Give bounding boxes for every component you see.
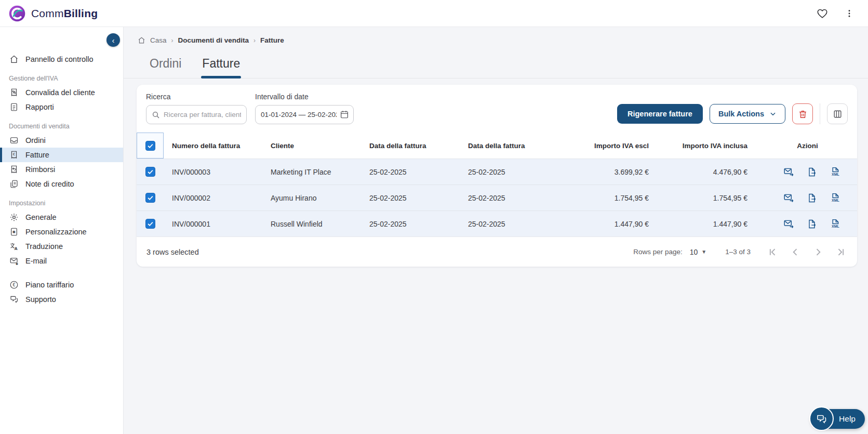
sidebar-item-orders[interactable]: Ordini [0, 133, 123, 148]
last-page-icon[interactable] [835, 246, 847, 258]
export-document-icon[interactable] [807, 167, 817, 177]
amount-incl-vat: 4.476,90 € [657, 168, 756, 176]
sidebar-item-customer-validation[interactable]: Convalida del cliente [0, 85, 123, 100]
row-checkbox[interactable] [145, 219, 155, 229]
home-icon [9, 55, 19, 64]
sidebar-item-label: Piano tariffario [25, 281, 74, 289]
invoice-date-2: 25-02-2025 [460, 168, 558, 176]
col-header-client[interactable]: Cliente [262, 142, 361, 150]
invoice-date: 25-02-2025 [361, 220, 460, 228]
svg-text:€: € [12, 152, 15, 156]
amount-excl-vat: 1.447,90 € [558, 220, 657, 228]
sidebar-item-dashboard[interactable]: Pannello di controllo [0, 52, 123, 67]
invoices-card: Ricerca Intervallo di date 01-01-2024 — … [137, 85, 857, 267]
client-name: Russell Winfield [262, 220, 361, 228]
search-input[interactable] [164, 111, 241, 119]
export-document-icon[interactable] [807, 193, 817, 203]
export-document-icon[interactable] [807, 219, 817, 229]
sidebar-item-label: Note di credito [25, 180, 74, 188]
amount-excl-vat: 1.754,95 € [558, 194, 657, 202]
rows-selected-text: 3 rows selected [146, 248, 199, 256]
invoice-number: INV/000002 [164, 194, 262, 202]
table-row: INV/000002 Ayumu Hirano 25-02-2025 25-02… [137, 185, 857, 211]
row-checkbox[interactable] [145, 193, 155, 203]
date-range-input[interactable]: 01-01-2024 — 25-02-2025 [255, 105, 354, 124]
sidebar-item-invoices[interactable]: € Fatture [0, 148, 123, 162]
tab-bar: Ordini Fatture [124, 44, 868, 78]
breadcrumb-home-icon[interactable] [138, 36, 145, 44]
search-input-wrap [146, 105, 247, 124]
kebab-menu-icon[interactable] [843, 7, 856, 20]
column-settings-button[interactable] [827, 103, 848, 124]
col-header-invoice-number[interactable]: Numero della fattura [164, 142, 262, 150]
sidebar: ‹ Pannello di controllo Gestione dell'IV… [0, 27, 124, 434]
send-email-icon[interactable] [783, 166, 794, 177]
send-email-icon[interactable] [783, 218, 794, 229]
col-header-invoice-date-2[interactable]: Data della fattura [460, 142, 558, 150]
sidebar-item-label: Generale [25, 213, 57, 221]
sidebar-item-pricing[interactable]: € Piano tariffario [0, 278, 123, 292]
rows-per-page-select[interactable]: 10 ▼ [690, 248, 706, 256]
help-button[interactable]: Help [811, 409, 865, 429]
bulk-actions-button[interactable]: Bulk Actions [710, 104, 785, 124]
regenerate-invoices-button[interactable]: Rigenerare fatture [617, 104, 703, 124]
sidebar-item-reports[interactable]: Rapporti [0, 100, 123, 114]
breadcrumb-home[interactable]: Casa [150, 36, 167, 44]
sidebar-item-support[interactable]: Supporto [0, 292, 123, 307]
svg-text:A: A [14, 246, 17, 251]
row-checkbox[interactable] [145, 167, 155, 177]
breadcrumb-section[interactable]: Documenti di vendita [178, 36, 249, 44]
chevron-down-icon [769, 110, 777, 117]
app-logo: CommBilling [8, 5, 98, 22]
breadcrumb-separator: › [253, 37, 256, 44]
sidebar-item-label: Traduzione [25, 242, 63, 251]
sidebar-item-credit-notes[interactable]: Note di credito [0, 177, 123, 191]
col-header-invoice-date[interactable]: Data della fattura [361, 142, 460, 150]
tab-orders[interactable]: Ordini [149, 57, 182, 78]
support-chat-icon [9, 295, 19, 305]
sidebar-section-sales: Documenti di vendita [0, 123, 123, 130]
col-header-amount-incl[interactable]: Importo IVA inclusa [657, 142, 756, 150]
delete-selected-button[interactable] [792, 103, 813, 124]
amount-excl-vat: 3.699,92 € [558, 168, 657, 176]
sidebar-item-label: Convalida del cliente [25, 88, 95, 97]
send-email-icon[interactable] [783, 192, 794, 203]
tab-invoices[interactable]: Fatture [201, 57, 241, 78]
invoice-date-2: 25-02-2025 [460, 220, 558, 228]
toolbar-divider [820, 103, 820, 124]
breadcrumb-current: Fatture [260, 36, 284, 44]
amount-incl-vat: 1.754,95 € [657, 194, 756, 202]
next-page-icon[interactable] [812, 246, 824, 258]
sidebar-collapse-button[interactable]: ‹ [106, 33, 120, 47]
date-range-label: Intervallo di date [255, 93, 354, 101]
col-header-actions: Azioni [756, 142, 857, 150]
select-all-checkbox[interactable] [145, 141, 155, 151]
favorites-heart-icon[interactable] [816, 7, 829, 20]
sidebar-item-customization[interactable]: ✱ Personalizzazione [0, 225, 123, 239]
sidebar-item-general[interactable]: Generale [0, 210, 123, 225]
search-label: Ricerca [146, 93, 247, 101]
export-xml-icon[interactable]: XML [830, 192, 840, 203]
sidebar-item-refunds[interactable]: Rimborsi [0, 162, 123, 177]
first-page-icon[interactable] [766, 246, 779, 258]
envelope-gear-icon: ✱ [9, 256, 19, 266]
previous-page-icon[interactable] [789, 246, 802, 258]
sidebar-item-email[interactable]: ✱ E-mail [0, 254, 123, 268]
sidebar-item-label: Ordini [25, 136, 46, 144]
svg-text:XML: XML [831, 173, 839, 176]
export-xml-icon[interactable]: XML [830, 218, 840, 229]
export-xml-icon[interactable]: XML [830, 166, 840, 177]
sidebar-item-translation[interactable]: A Traduzione [0, 239, 123, 254]
brand-name: CommBilling [31, 7, 98, 20]
invoice-euro-icon: € [9, 150, 19, 160]
rows-per-page-value: 10 [690, 248, 698, 256]
refund-return-icon [9, 165, 19, 175]
col-header-amount-excl[interactable]: Importo IVA escl [558, 142, 657, 150]
rows-per-page-label: Rows per page: [633, 248, 683, 256]
bulk-actions-label: Bulk Actions [718, 110, 764, 118]
help-label: Help [839, 414, 856, 424]
sidebar-item-label: Pannello di controllo [25, 55, 94, 63]
euro-circle-icon: € [9, 280, 19, 290]
svg-text:€: € [12, 282, 15, 287]
client-name: Ayumu Hirano [262, 194, 361, 202]
